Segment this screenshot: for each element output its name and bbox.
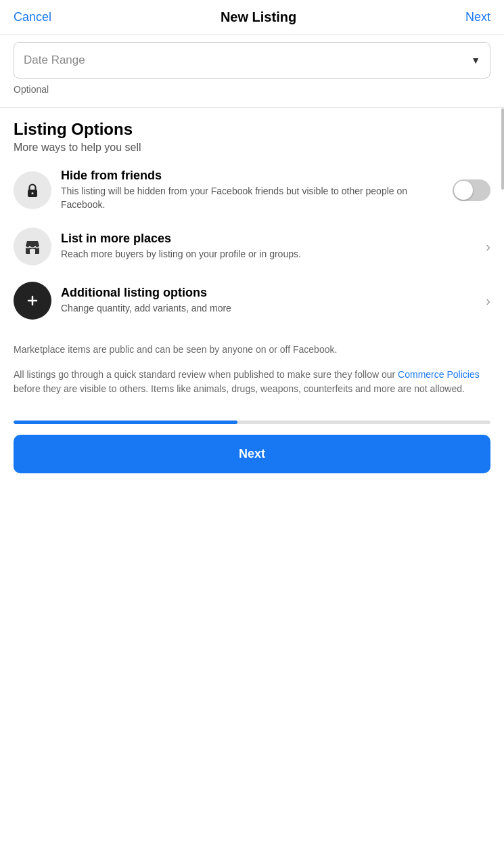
policy-text-before: All listings go through a quick standard… [14, 369, 398, 380]
list-in-more-places-desc: Reach more buyers by listing on your pro… [61, 248, 479, 261]
hide-from-friends-toggle[interactable] [453, 179, 490, 201]
plus-icon-circle [14, 282, 51, 320]
date-range-label: Date Range [24, 53, 85, 67]
cancel-button[interactable]: Cancel [14, 10, 51, 24]
additional-listing-options-desc: Change quantity, add variants, and more [61, 302, 479, 316]
commerce-policies-link[interactable]: Commerce Policies [398, 369, 480, 380]
date-range-section: Date Range ▼ Optional [0, 35, 504, 95]
listing-options-title: Listing Options [14, 120, 490, 139]
toggle-switch[interactable] [453, 179, 490, 201]
additional-listing-options-row[interactable]: Additional listing options Change quanti… [14, 282, 490, 320]
header-next-button[interactable]: Next [465, 10, 490, 24]
hide-from-friends-row: Hide from friends This listing will be h… [14, 169, 490, 211]
date-range-dropdown[interactable]: Date Range ▼ [14, 42, 490, 79]
info-section: Marketplace items are public and can be … [0, 336, 504, 421]
header: Cancel New Listing Next [0, 0, 504, 35]
scrollbar-thumb[interactable] [501, 108, 504, 190]
progress-track [14, 421, 490, 424]
list-in-more-places-content: List in more places Reach more buyers by… [61, 232, 479, 261]
hide-from-friends-title: Hide from friends [61, 169, 446, 183]
progress-bar [0, 421, 504, 424]
list-in-more-places-title: List in more places [61, 232, 479, 246]
listing-options-subtitle: More ways to help you sell [14, 142, 490, 154]
next-button-wrapper: Next [0, 435, 504, 494]
lock-icon [23, 181, 42, 200]
dropdown-arrow-icon: ▼ [471, 55, 480, 66]
progress-fill [14, 421, 237, 424]
optional-label: Optional [14, 79, 490, 95]
svg-point-1 [32, 192, 34, 194]
svg-rect-3 [30, 249, 35, 254]
lock-icon-circle [14, 171, 51, 209]
additional-listing-options-title: Additional listing options [61, 286, 479, 300]
chevron-right-icon: › [486, 239, 490, 254]
next-button[interactable]: Next [14, 435, 490, 473]
additional-listing-options-content: Additional listing options Change quanti… [61, 286, 479, 316]
public-info-text: Marketplace items are public and can be … [14, 343, 490, 357]
list-in-more-places-row[interactable]: List in more places Reach more buyers by… [14, 228, 490, 265]
additional-listing-chevron: › [486, 293, 490, 309]
scrollbar-track [501, 41, 504, 862]
store-icon-circle [14, 228, 51, 265]
policy-text-after: before they are visible to others. Items… [14, 383, 465, 394]
page-title: New Listing [221, 9, 296, 25]
list-in-more-places-chevron: › [486, 239, 490, 255]
policy-info-text: All listings go through a quick standard… [14, 368, 490, 396]
store-icon [22, 236, 43, 257]
hide-from-friends-desc: This listing will be hidden from your Fa… [61, 185, 446, 211]
plus-icon [24, 292, 41, 309]
listing-options-section: Listing Options More ways to help you se… [0, 120, 504, 320]
hide-from-friends-content: Hide from friends This listing will be h… [61, 169, 446, 211]
chevron-right-icon-2: › [486, 293, 490, 308]
divider [0, 107, 504, 108]
